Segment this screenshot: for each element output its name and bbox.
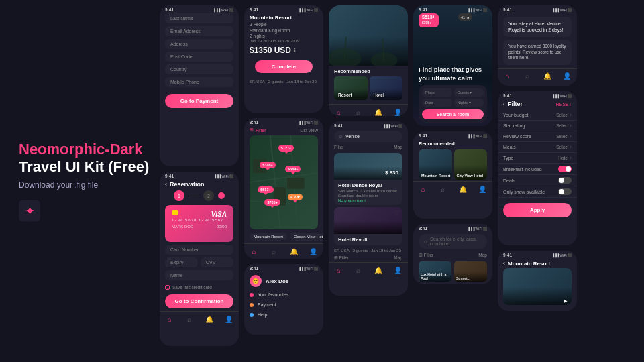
apply-btn[interactable]: Apply <box>498 198 577 220</box>
screen-resort-hero: ♡ Recommended Resort Hotel ⌂ ⌕ 🔔 👤 <box>329 5 408 116</box>
nav-search-notif[interactable]: ⌕ <box>523 72 531 80</box>
type-filter[interactable]: Type Hotel › <box>498 153 577 164</box>
heart-hotel1[interactable]: ♡ <box>394 156 400 162</box>
map-pin-1: $127+ <box>278 145 294 152</box>
go-to-payment-btn[interactable]: Go to Payment <box>160 90 239 111</box>
rec-photo-2[interactable]: City View Hotel <box>454 149 488 180</box>
address-input[interactable]: Address <box>165 39 233 49</box>
email-input[interactable]: Email Address <box>165 26 233 36</box>
filter-reset-btn[interactable]: RESET <box>556 102 572 107</box>
map-search-btn[interactable]: Map <box>478 253 487 258</box>
booking-notification: Your stay at Hotel Venice Royal is booke… <box>503 17 572 37</box>
small-card-1[interactable]: Lux Hotel with a Pool <box>419 261 451 282</box>
column-1: 9:41 ▐▐▐ WiFi ⬛ Last Name Email Address … <box>160 5 239 357</box>
date-field[interactable]: Date <box>422 99 452 107</box>
screen-filter: 9:41 ▐▐▐ WiFi ⬛ ‹ Filter RESET Your budg… <box>498 91 577 245</box>
hotel-card-2[interactable]: ♡ Hotel Revolt <box>334 207 402 245</box>
step-indicator: 1 2 <box>160 190 239 201</box>
save-card-checkbox[interactable]: ✓ Save this credit card <box>165 283 233 292</box>
nav-search-icon[interactable]: ⌕ <box>185 315 193 323</box>
hotel-1-image: ♡ $ 830 <box>334 153 402 180</box>
place-chip-1[interactable]: Mountain Resort <box>250 233 287 241</box>
nav-bell-notif[interactable]: 🔔 <box>543 72 551 80</box>
budget-filter[interactable]: Your budget Select › <box>498 110 577 121</box>
map-pin-4: $513+ <box>258 186 273 193</box>
deals-filter[interactable]: Deals <box>498 175 577 186</box>
figma-icon[interactable]: ✦ <box>19 200 40 221</box>
filter-btn-list[interactable]: Filter <box>334 145 343 149</box>
nav-home-map-icon[interactable]: ⌂ <box>250 247 258 255</box>
deals-toggle[interactable] <box>558 177 572 184</box>
list-view-btn[interactable]: List view <box>300 128 318 133</box>
nav-home-icon[interactable]: ⌂ <box>166 315 174 323</box>
column-4: $513+$305+ 41 ★ 9:41 ▐▐▐ WiFi ⬛ Find pla… <box>413 5 492 357</box>
user-avatar: 😊 <box>250 275 262 287</box>
filter-search-btn[interactable]: ⊞ Filter <box>419 253 433 258</box>
notification-content: Your stay at Hotel Venice Royal is booke… <box>498 13 577 68</box>
available-filter[interactable]: Only show available <box>498 186 577 198</box>
hotel-name: Mountain Resort <box>244 13 323 22</box>
place-chips: Mountain Resort Ocean View Hotel <box>244 229 323 243</box>
expiry-input[interactable]: Expiry <box>165 257 198 267</box>
bottom-nav-reservation: ⌂ ⌕ 🔔 👤 <box>160 311 239 326</box>
card-number-input[interactable]: Card Number <box>165 245 233 255</box>
nav-user-map-icon[interactable]: 👤 <box>309 247 317 255</box>
mountain-resort-image: ▶ <box>503 268 572 305</box>
nav-user-icon[interactable]: 👤 <box>225 315 233 323</box>
last-name-input[interactable]: Last Name <box>165 13 233 23</box>
breakfast-filter[interactable]: Breakfast included <box>498 164 577 175</box>
cvv-input[interactable]: CVV <box>201 257 233 267</box>
search-room-btn[interactable]: Search a room <box>422 109 484 119</box>
star-rating-filter[interactable]: Star rating Select › <box>498 121 577 131</box>
column-2: 9:41 ▐▐▐ WiFi ⬛ Mountain Resort 2 People… <box>244 5 323 357</box>
map-view[interactable]: $127+ $346+ $369+ $513+ $705+ 4.9 ★ <box>250 135 318 229</box>
available-toggle[interactable] <box>558 188 572 195</box>
rec-photo-1[interactable]: Mountain Resort <box>419 149 452 180</box>
hotel-card-1[interactable]: ♡ $ 830 Hotel Dence Royal San Marco, 0.3… <box>334 153 402 205</box>
country-input[interactable]: Country <box>165 64 233 74</box>
filter-back-icon[interactable]: ‹ <box>503 101 505 107</box>
brand-title: Neomorphic-Dark Travel UI Kit (Free) <box>19 141 153 176</box>
place-field[interactable]: Place <box>422 88 452 97</box>
city-search-input[interactable]: ⌕ Search for a city, area, or a hotel <box>419 234 487 249</box>
mobile-input[interactable]: Mobile Phone <box>165 77 233 87</box>
guests-field[interactable]: Guests ▾ <box>454 88 484 97</box>
heart-hotel2[interactable]: ♡ <box>394 210 400 217</box>
rec-thumb-2[interactable]: Hotel <box>370 76 403 100</box>
column-3: ♡ Recommended Resort Hotel ⌂ ⌕ 🔔 👤 <box>329 5 408 357</box>
bottom-nav-notif: ⌂ ⌕ 🔔 👤 <box>498 68 577 83</box>
small-card-2[interactable]: Sunset... <box>454 261 487 282</box>
price-badge-small: 41 ★ <box>458 13 472 21</box>
place-chip-2[interactable]: Ocean View Hotel <box>290 233 323 241</box>
map-filter-bar: ⊞ Filter List view <box>244 126 323 135</box>
screen-mountain-resort: 9:41 ▐▐▐ WiFi ⬛ ‹ Mountain Resort ▶ <box>498 251 577 311</box>
breakfast-toggle[interactable] <box>558 166 572 172</box>
rec-thumb-1[interactable]: Resort <box>334 76 368 100</box>
filter-btn[interactable]: ⊞ Filter <box>250 127 266 133</box>
venice-input[interactable]: ⌕ Venice <box>334 131 402 142</box>
back-icon[interactable]: ‹ <box>165 181 167 188</box>
nav-search-map-icon[interactable]: ⌕ <box>270 247 278 255</box>
nights-field[interactable]: Nights ▾ <box>454 99 484 107</box>
nav-bell-map-icon[interactable]: 🔔 <box>290 247 298 255</box>
meals-filter[interactable]: Meals Select › <box>498 142 577 153</box>
name-on-card-input[interactable]: Name <box>165 270 233 280</box>
nav-bell-icon[interactable]: 🔔 <box>205 315 213 323</box>
help-menu-item[interactable]: Help <box>244 310 323 320</box>
payment-menu-item[interactable]: Payment <box>244 300 323 310</box>
heart-icon-resort[interactable]: ♡ <box>399 9 404 15</box>
screen-hotel-list: 9:41 ▐▐▐ WiFi ⬛ ⌕ Venice Filter Map ♡ <box>329 121 408 296</box>
mountain-back-icon[interactable]: ‹ <box>503 260 505 267</box>
profile-header: 😊 Alex Doe <box>244 272 323 290</box>
brand-subtitle: Download your .fig file <box>19 180 153 189</box>
screen-recommended: 9:41 ▐▐▐ WiFi ⬛ Recommended Mountain Res… <box>413 131 492 219</box>
go-to-confirmation-btn[interactable]: Go to Confirmation <box>160 292 239 311</box>
favourites-menu-item[interactable]: Your favourites <box>244 290 323 300</box>
complete-btn[interactable]: Complete <box>244 55 323 78</box>
postcode-input[interactable]: Post Code <box>165 52 233 62</box>
small-hotel-cards: Lux Hotel with a Pool Sunset... <box>413 260 492 283</box>
review-score-filter[interactable]: Review score Select › <box>498 131 577 142</box>
svg-rect-5 <box>287 178 305 189</box>
reservation-header: ‹ Reservation <box>160 180 239 190</box>
map-btn-list[interactable]: Map <box>394 145 402 149</box>
